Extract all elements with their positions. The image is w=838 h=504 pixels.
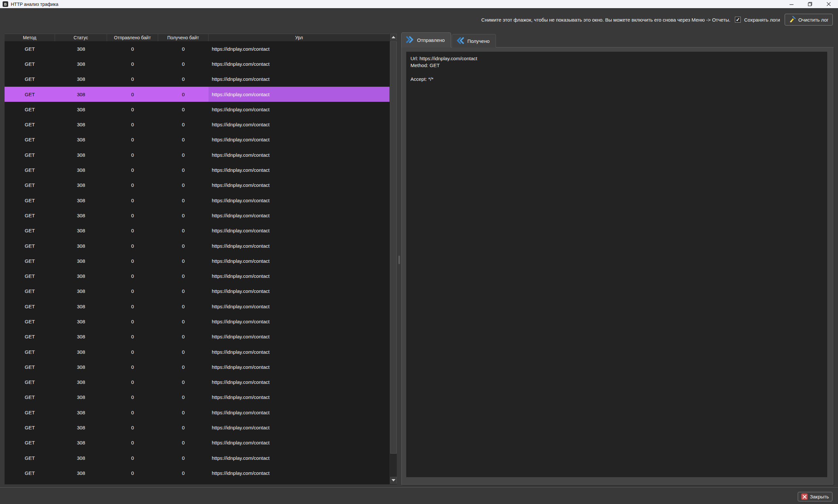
cell-received-bytes[interactable]: 0 [158, 87, 209, 102]
cell-url[interactable]: https://idnplay.com/contact [209, 390, 390, 405]
cell-sent-bytes[interactable]: 0 [107, 375, 158, 390]
clear-log-button[interactable]: Очистить лог [785, 14, 833, 25]
tab-sent[interactable]: Отправлено [401, 32, 451, 48]
table-row[interactable]: GET 308 0 0 https://idnplay.com/contact [4, 102, 390, 117]
cell-url[interactable]: https://idnplay.com/contact [209, 405, 390, 420]
cell-sent-bytes[interactable]: 0 [107, 314, 158, 329]
cell-received-bytes[interactable]: 0 [158, 193, 209, 208]
cell-status[interactable]: 308 [55, 268, 107, 284]
cell-url[interactable]: https://idnplay.com/contact [209, 344, 390, 359]
cell-received-bytes[interactable]: 0 [158, 41, 209, 56]
cell-method[interactable]: GET [4, 56, 55, 71]
cell-url[interactable]: https://idnplay.com/contact [209, 375, 390, 390]
cell-url[interactable]: https://idnplay.com/contact [209, 72, 390, 87]
cell-received-bytes[interactable]: 0 [158, 344, 209, 359]
cell-url[interactable]: https://idnplay.com/contact [209, 102, 390, 117]
table-row[interactable]: GET 308 0 0 https://idnplay.com/contact [4, 435, 390, 450]
cell-method[interactable]: GET [4, 314, 55, 329]
cell-sent-bytes[interactable]: 0 [107, 435, 158, 450]
cell-status[interactable]: 308 [55, 450, 107, 465]
table-row[interactable]: GET 308 0 0 https://idnplay.com/contact [4, 223, 390, 238]
cell-received-bytes[interactable]: 0 [158, 208, 209, 223]
cell-status[interactable]: 308 [55, 253, 107, 268]
cell-sent-bytes[interactable]: 0 [107, 284, 158, 299]
cell-method[interactable]: GET [4, 117, 55, 132]
cell-method[interactable]: GET [4, 284, 55, 299]
cell-received-bytes[interactable]: 0 [158, 238, 209, 253]
table-row[interactable]: GET 308 0 0 https://idnplay.com/contact [4, 178, 390, 193]
cell-sent-bytes[interactable]: 0 [107, 102, 158, 117]
table-row[interactable]: GET 308 0 0 https://idnplay.com/contact [4, 87, 390, 102]
cell-status[interactable]: 308 [55, 102, 107, 117]
cell-received-bytes[interactable]: 0 [158, 450, 209, 465]
cell-method[interactable]: GET [4, 238, 55, 253]
cell-url[interactable]: https://idnplay.com/contact [209, 465, 390, 481]
column-header-received[interactable]: Получено байт [158, 34, 209, 41]
cell-sent-bytes[interactable]: 0 [107, 390, 158, 405]
table-row[interactable]: GET 308 0 0 https://idnplay.com/contact [4, 420, 390, 435]
table-row[interactable]: GET 308 0 0 https://idnplay.com/contact [4, 390, 390, 405]
table-row[interactable]: GET 308 0 0 https://idnplay.com/contact [4, 162, 390, 177]
table-row[interactable]: GET 308 0 0 https://idnplay.com/contact [4, 329, 390, 344]
cell-url[interactable]: https://idnplay.com/contact [209, 132, 390, 147]
cell-received-bytes[interactable]: 0 [158, 314, 209, 329]
minimize-button[interactable] [782, 0, 801, 8]
table-row[interactable]: GET 308 0 0 https://idnplay.com/contact [4, 375, 390, 390]
close-button[interactable]: Закрыть [798, 492, 833, 501]
table-row[interactable]: GET 308 0 0 https://idnplay.com/contact [4, 193, 390, 208]
cell-received-bytes[interactable]: 0 [158, 102, 209, 117]
cell-status[interactable]: 308 [55, 162, 107, 177]
cell-url[interactable]: https://idnplay.com/contact [209, 420, 390, 435]
cell-sent-bytes[interactable]: 0 [107, 253, 158, 268]
cell-received-bytes[interactable]: 0 [158, 117, 209, 132]
table-scrollbar[interactable] [390, 34, 397, 484]
cell-sent-bytes[interactable]: 0 [107, 359, 158, 374]
table-row[interactable]: GET 308 0 0 https://idnplay.com/contact [4, 253, 390, 268]
cell-sent-bytes[interactable]: 0 [107, 178, 158, 193]
cell-status[interactable]: 308 [55, 132, 107, 147]
cell-sent-bytes[interactable]: 0 [107, 72, 158, 87]
cell-received-bytes[interactable]: 0 [158, 147, 209, 162]
cell-url[interactable]: https://idnplay.com/contact [209, 178, 390, 193]
cell-sent-bytes[interactable]: 0 [107, 56, 158, 71]
cell-received-bytes[interactable]: 0 [158, 284, 209, 299]
cell-url[interactable]: https://idnplay.com/contact [209, 329, 390, 344]
table-row[interactable]: GET 308 0 0 https://idnplay.com/contact [4, 450, 390, 465]
cell-method[interactable]: GET [4, 253, 55, 268]
cell-status[interactable]: 308 [55, 72, 107, 87]
cell-received-bytes[interactable]: 0 [158, 405, 209, 420]
cell-status[interactable]: 308 [55, 147, 107, 162]
table-row[interactable]: GET 308 0 0 https://idnplay.com/contact [4, 208, 390, 223]
cell-status[interactable]: 308 [55, 299, 107, 314]
cell-method[interactable]: GET [4, 87, 55, 102]
cell-method[interactable]: GET [4, 178, 55, 193]
cell-status[interactable]: 308 [55, 405, 107, 420]
table-row[interactable]: GET 308 0 0 https://idnplay.com/contact [4, 132, 390, 147]
tab-received[interactable]: Получено [452, 34, 496, 48]
cell-method[interactable]: GET [4, 102, 55, 117]
table-row[interactable]: GET 308 0 0 https://idnplay.com/contact [4, 314, 390, 329]
scrollbar-thumb[interactable] [390, 41, 397, 454]
table-row[interactable]: GET 308 0 0 https://idnplay.com/contact [4, 344, 390, 359]
restore-button[interactable] [801, 0, 819, 8]
cell-method[interactable]: GET [4, 147, 55, 162]
cell-url[interactable]: https://idnplay.com/contact [209, 268, 390, 284]
cell-received-bytes[interactable]: 0 [158, 268, 209, 284]
cell-received-bytes[interactable]: 0 [158, 162, 209, 177]
cell-received-bytes[interactable]: 0 [158, 178, 209, 193]
table-row[interactable]: GET 308 0 0 https://idnplay.com/contact [4, 359, 390, 374]
cell-status[interactable]: 308 [55, 178, 107, 193]
cell-sent-bytes[interactable]: 0 [107, 162, 158, 177]
table-row[interactable]: GET 308 0 0 https://idnplay.com/contact [4, 465, 390, 481]
cell-url[interactable]: https://idnplay.com/contact [209, 87, 390, 102]
table-row[interactable]: GET 308 0 0 https://idnplay.com/contact [4, 72, 390, 87]
column-header-method[interactable]: Метод [4, 34, 55, 41]
cell-status[interactable]: 308 [55, 193, 107, 208]
cell-sent-bytes[interactable]: 0 [107, 420, 158, 435]
table-row[interactable]: GET 308 0 0 https://idnplay.com/contact [4, 41, 390, 56]
cell-sent-bytes[interactable]: 0 [107, 238, 158, 253]
cell-method[interactable]: GET [4, 375, 55, 390]
cell-method[interactable]: GET [4, 299, 55, 314]
cell-url[interactable]: https://idnplay.com/contact [209, 450, 390, 465]
cell-url[interactable]: https://idnplay.com/contact [209, 299, 390, 314]
